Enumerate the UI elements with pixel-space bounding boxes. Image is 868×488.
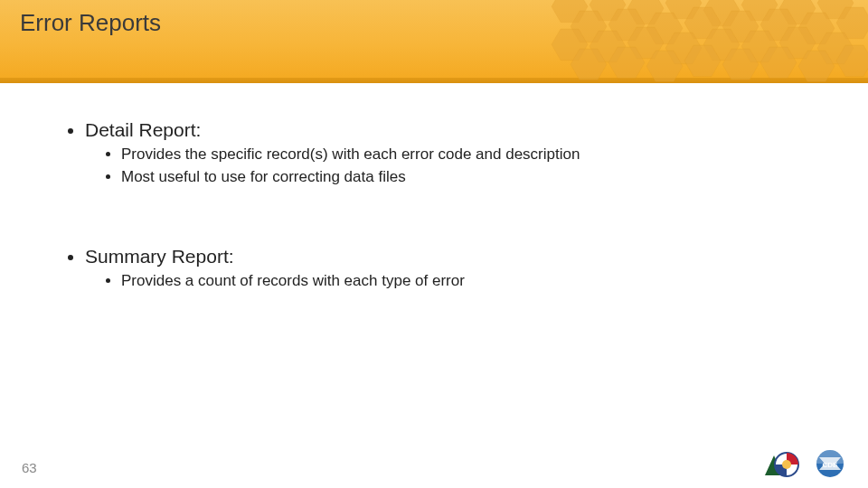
svg-point-3 [782,460,791,469]
list-item: Most useful to use for correcting data f… [121,167,805,188]
page-number: 63 [22,460,37,475]
header-band: Error Reports [0,0,868,83]
header-accent-bar [0,78,868,83]
spacer [63,192,805,246]
slide-title: Error Reports [20,9,161,37]
list-item: Provides a count of records with each ty… [121,271,805,292]
colorado-logo-icon [761,448,801,479]
slide: Error Reports [0,0,868,488]
section-heading-summary: Summary Report: Provides a count of reco… [85,246,805,292]
cde-logo-icon: CDE [810,448,850,479]
footer-logos: CDE [761,448,850,479]
hexagon-decoration [542,0,868,83]
top-list: Detail Report: Provides the specific rec… [63,119,805,188]
section-heading-text: Summary Report: [85,246,234,267]
section-heading-text: Detail Report: [85,119,201,140]
section-heading-detail: Detail Report: Provides the specific rec… [85,119,805,188]
list-item: Provides the specific record(s) with eac… [121,145,805,165]
top-list: Summary Report: Provides a count of reco… [63,246,805,292]
detail-sublist: Provides the specific record(s) with eac… [85,145,805,188]
content-area: Detail Report: Provides the specific rec… [63,119,805,296]
cde-logo-text: CDE [823,461,839,469]
summary-sublist: Provides a count of records with each ty… [85,271,805,292]
